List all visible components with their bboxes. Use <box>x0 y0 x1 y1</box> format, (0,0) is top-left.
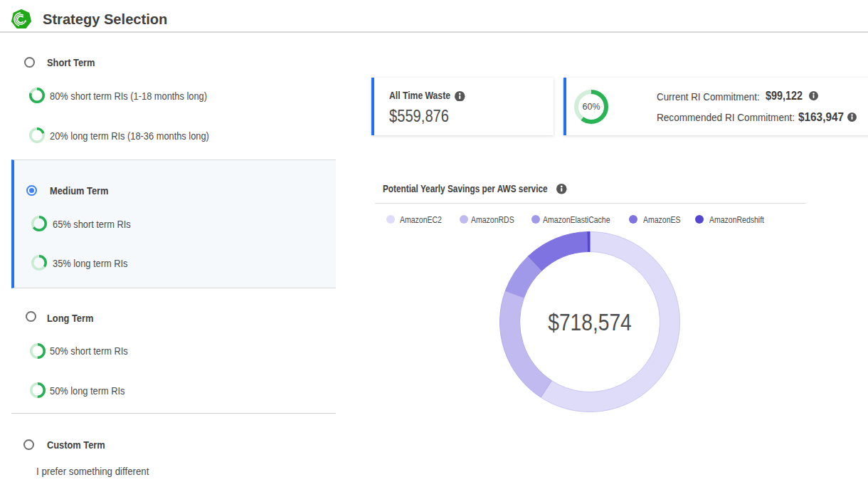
svg-text:$718,574: $718,574 <box>548 309 631 336</box>
